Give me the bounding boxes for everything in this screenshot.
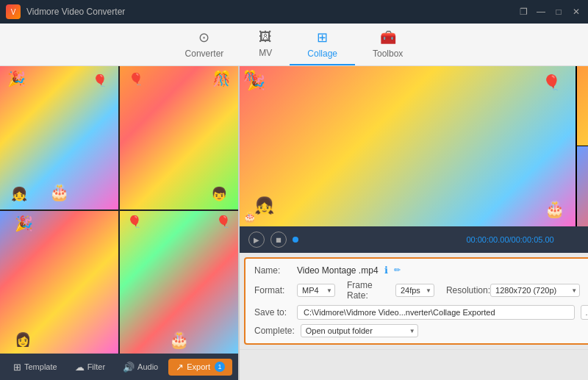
progress-indicator [293,237,298,243]
framerate-select[interactable]: 24fps 30fps 60fps [395,284,434,297]
save-path: C:\Vidmore\Vidmore Video...nverter\Colla… [297,305,574,320]
left-collage-grid: 🎉 👧 🎈 🎂 🎊 👦 🎈 🎉 [0,66,238,354]
settings-panel: 2 Name: Video Montage .mp4 ℹ ✏ Format: M… [244,257,588,345]
deco-top-1: 🎊 [243,70,256,82]
playback-controls: ▶ ⏹ [248,232,298,248]
complete-row: Complete: Open output folder Do nothing [254,324,588,337]
complete-label: Complete: [254,326,295,336]
decoration-hat: 🎉 [7,70,26,87]
info-icon[interactable]: ℹ [384,265,388,276]
filter-btn[interactable]: ☁ Filter [68,359,112,376]
format-select-wrapper: MP4 MOV AVI [297,284,335,297]
scene-2: 🎊 👦 🎈 [120,66,238,209]
scene-1: 🎉 👧 🎈 🎂 [0,66,118,209]
audio-btn[interactable]: 🔊 Audio [115,359,165,376]
scene-4: 🎈 🎈 🎂 [120,211,238,354]
main-content: 🎉 👧 🎈 🎂 🎊 👦 🎈 🎉 [0,66,588,380]
export-icon: ↗ [176,362,184,373]
decoration-balloon-3: 🎈 [127,215,142,229]
decoration-balloon-2: 🎈 [129,72,143,86]
app-title: Vidmore Video Converter [26,7,517,17]
template-icon: ⊞ [13,362,21,373]
tab-toolbox[interactable]: 🧰 Toolbox [355,24,420,65]
restore-btn[interactable]: ❐ [517,6,529,18]
time-display: 00:00:00.00/00:00:05.00 [466,235,553,244]
resolution-select[interactable]: 1280x720 (720p) 1920x1080 (1080p) 640x48… [490,284,580,297]
converter-icon: ⊙ [198,29,209,46]
export-btn[interactable]: ↗ Export 1 [168,359,232,376]
deco-main-2: 🎈 [542,74,561,91]
resolution-select-wrapper: 1280x720 (720p) 1920x1080 (1080p) 640x48… [490,284,580,297]
tab-mv[interactable]: 🖼 MV [241,24,290,65]
stop-icon: ⏹ [275,236,282,244]
decoration-person-3: 👩 [15,331,31,348]
collage-cell-4: 🎈 🎈 🎂 [120,211,238,354]
toolbox-icon: 🧰 [380,29,396,46]
saveto-row: Save to: C:\Vidmore\Vidmore Video...nver… [254,305,588,320]
stop-button[interactable]: ⏹ [270,232,287,248]
title-bar: V Vidmore Video Converter ❐ — □ ✕ [0,0,588,24]
nav-tabs: ⊙ Converter 🖼 MV ⊞ Collage 🧰 Toolbox [0,24,588,66]
right-panel: 🎉 🎈 👧 🎂 🎊 🎈 🎉 🎂 ▶ [240,66,588,380]
mv-icon: 🖼 [259,29,272,45]
filter-icon: ☁ [75,362,85,373]
tab-toolbox-label: Toolbox [373,49,403,59]
tab-converter[interactable]: ⊙ Converter [168,24,242,65]
resolution-label: Resolution: [446,285,484,295]
framerate-select-wrapper: 24fps 30fps 60fps [395,284,434,297]
name-label: Name: [254,265,291,276]
name-value: Video Montage .mp4 [297,265,379,276]
format-label: Format: [254,285,291,295]
export-label: Export [187,362,210,371]
right-collage-grid: 🎉 🎈 👧 🎂 🎊 🎈 🎉 🎂 [240,66,588,226]
format-row: Format: MP4 MOV AVI Frame Rate: 24fps 30… [254,280,588,301]
filter-label: Filter [87,362,105,371]
play-button[interactable]: ▶ [248,232,265,248]
left-panel: 🎉 👧 🎈 🎂 🎊 👦 🎈 🎉 [0,66,240,380]
tab-converter-label: Converter [185,49,224,59]
complete-select[interactable]: Open output folder Do nothing [301,324,418,337]
close-btn[interactable]: ✕ [570,6,582,18]
decoration-hat-3: 🎉 [15,215,33,232]
play-icon: ▶ [254,236,259,244]
name-row: Name: Video Montage .mp4 ℹ ✏ [254,265,588,276]
format-select[interactable]: MP4 MOV AVI [297,284,335,297]
tab-collage-label: Collage [307,49,337,59]
template-label: Template [24,362,57,371]
deco-main-cake: 🎂 [545,200,564,219]
decoration-balloon-4: 🎈 [216,215,231,229]
dots-button[interactable]: ... [581,305,588,320]
app-logo: V [6,4,21,19]
scene-3: 🎉 👩 [0,211,118,354]
collage-cell-3: 🎉 👩 [0,211,118,354]
bottom-bar: 3 Start Export [240,349,588,380]
window-controls: ❐ — □ ✕ [517,6,582,18]
framerate-label: Frame Rate: [347,280,390,301]
maximize-btn[interactable]: □ [553,6,564,18]
saveto-label: Save to: [254,307,291,318]
decoration-cake: 🎂 [49,183,69,202]
left-preview: 🎉 👧 🎈 🎂 🎊 👦 🎈 🎉 [0,66,238,354]
audio-icon: 🔊 [123,362,135,373]
decoration-child: 👦 [211,186,227,202]
right-preview: 🎉 🎈 👧 🎂 🎊 🎈 🎉 🎂 [240,66,588,226]
right-cell-main: 🎉 🎈 👧 🎂 [240,66,576,226]
deco-main-person: 👧 [254,196,274,215]
decoration-cake-2: 🎂 [169,331,189,350]
decoration-balloon: 🎈 [93,74,107,87]
right-cell-top: 🎊 🎈 [576,66,588,146]
decoration-hat-2: 🎊 [212,70,231,87]
complete-select-wrapper: Open output folder Do nothing [301,324,418,337]
collage-cell-1: 🎉 👧 🎈 🎂 [0,66,118,209]
template-btn[interactable]: ⊞ Template [6,359,65,376]
right-cell-bottom: 🎉 🎂 [576,146,588,226]
audio-label: Audio [137,362,158,371]
tab-mv-label: MV [259,48,272,58]
deco-bot-2: 🎂 [243,211,256,223]
export-badge: 1 [215,362,225,372]
minimize-btn[interactable]: — [535,6,547,18]
edit-icon[interactable]: ✏ [394,265,401,275]
collage-cell-2: 🎊 👦 🎈 [120,66,238,209]
tab-collage[interactable]: ⊞ Collage [290,24,355,65]
left-panel-toolbar: ⊞ Template ☁ Filter 🔊 Audio ↗ Export 1 [0,354,238,380]
